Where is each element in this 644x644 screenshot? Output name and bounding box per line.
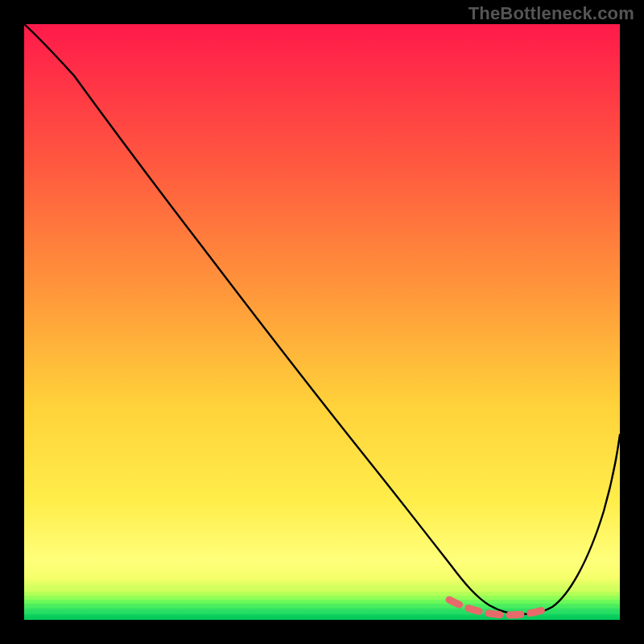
svg-rect-4 [24, 604, 620, 609]
chart-svg [24, 24, 620, 620]
watermark-text: TheBottleneck.com [469, 3, 634, 24]
gradient-background [24, 24, 620, 620]
svg-rect-1 [24, 592, 620, 596]
svg-rect-2 [24, 596, 620, 600]
plot-area [24, 24, 620, 620]
chart-frame: TheBottleneck.com [0, 0, 644, 644]
svg-rect-3 [24, 600, 620, 604]
svg-rect-0 [24, 588, 620, 592]
